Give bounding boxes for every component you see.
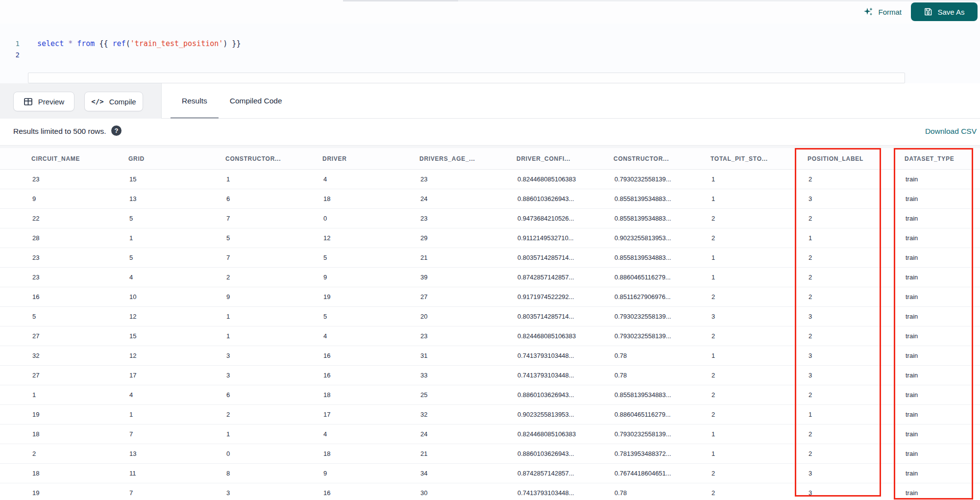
table-cell: 23: [388, 215, 485, 222]
table-cell: 0.8558139534883...: [582, 195, 679, 202]
table-row: 191217320.9023255813953...0.886046511627…: [0, 405, 980, 425]
table-row: 1610919270.9171974522292...0.85116279069…: [0, 287, 980, 307]
table-cell: 2: [776, 293, 873, 300]
table-cell: 0.8035714285714...: [485, 254, 582, 261]
table-cell: 20: [388, 313, 485, 320]
table-cell: 0.824468085106383: [485, 430, 582, 438]
save-as-button[interactable]: Save As: [911, 2, 978, 21]
code-token-keyword: select: [37, 39, 64, 48]
table-cell: 0.8860103626943...: [485, 450, 582, 457]
format-button-label: Format: [878, 8, 902, 16]
table-row: 181189340.8742857142857...0.767441860465…: [0, 464, 980, 483]
column-header-constructor[interactable]: CONSTRUCTOR...: [194, 155, 291, 162]
table-cell: 0.9473684210526...: [485, 215, 582, 222]
column-header-driver[interactable]: DRIVER: [291, 155, 388, 162]
table-cell: 4: [291, 175, 388, 183]
table-cell: 18: [291, 391, 388, 399]
pane-divider: [431, 0, 980, 1]
table-cell: 5: [0, 313, 97, 320]
table-body: 231514230.8244680851063830.7930232558139…: [0, 170, 980, 500]
download-csv-link[interactable]: Download CSV: [925, 127, 977, 136]
column-header-driver-confi[interactable]: DRIVER_CONFI...: [485, 155, 582, 162]
table-cell: 1: [194, 313, 291, 320]
table-cell: 7: [97, 430, 194, 438]
table-cell: 0.8035714285714...: [485, 313, 582, 320]
table-cell: 32: [388, 411, 485, 418]
help-icon[interactable]: ?: [111, 125, 122, 136]
code-token-keyword: ref: [113, 39, 126, 48]
table-cell: 2: [679, 332, 776, 340]
table-cell: 1: [194, 175, 291, 183]
format-button[interactable]: Format: [863, 4, 902, 20]
table-cell: 0.8558139534883...: [582, 254, 679, 261]
table-cell: 2: [194, 411, 291, 418]
table-cell: 1: [97, 234, 194, 242]
table-row: 281512290.9112149532710...0.902325581395…: [0, 228, 980, 248]
column-header-constructor[interactable]: CONSTRUCTOR...: [582, 155, 679, 162]
table-cell: 2: [679, 489, 776, 497]
table-cell: 1: [776, 411, 873, 418]
tab-compiled-code[interactable]: Compiled Code: [219, 83, 294, 119]
table-cell: train: [873, 215, 970, 222]
table-cell: 0.7674418604651...: [582, 470, 679, 477]
code-icon: </>: [91, 98, 103, 105]
table-cell: 0: [291, 215, 388, 222]
horizontal-scrollbar-thumb[interactable]: [343, 0, 458, 1]
table-cell: 0.7930232558139...: [582, 175, 679, 183]
table-cell: 16: [291, 352, 388, 359]
sql-editor[interactable]: 1 select * from {{ ref('train_test_posit…: [0, 24, 980, 83]
table-cell: 7: [194, 254, 291, 261]
table-cell: 23: [0, 175, 97, 183]
table-cell: train: [873, 254, 970, 261]
table-cell: 2: [679, 234, 776, 242]
preview-button-label: Preview: [38, 98, 64, 106]
table-cell: 0.78: [582, 372, 679, 379]
table-row: 231514230.8244680851063830.7930232558139…: [0, 170, 980, 189]
table-cell: 0.78: [582, 489, 679, 497]
column-header-grid[interactable]: GRID: [97, 155, 194, 162]
line-number-2: 2: [0, 51, 20, 59]
table-row: 2717316330.7413793103448...0.7823train: [0, 366, 980, 385]
column-header-position-label[interactable]: POSITION_LABEL: [776, 155, 873, 162]
table-cell: 0.8558139534883...: [582, 215, 679, 222]
save-as-button-label: Save As: [937, 8, 964, 16]
tab-results[interactable]: Results: [171, 83, 219, 119]
table-cell: 2: [776, 274, 873, 281]
preview-button[interactable]: Preview: [13, 92, 74, 111]
table-cell: 17: [97, 372, 194, 379]
table-cell: 3: [776, 352, 873, 359]
table-cell: 3: [776, 372, 873, 379]
table-cell: 0.9112149532710...: [485, 234, 582, 242]
table-cell: train: [873, 450, 970, 457]
table-row: 22570230.9473684210526...0.8558139534883…: [0, 209, 980, 228]
table-cell: 9: [291, 274, 388, 281]
code-line-2[interactable]: 2: [0, 50, 980, 60]
compile-button[interactable]: </> Compile: [84, 92, 143, 111]
line-number-1: 1: [0, 40, 20, 48]
table-cell: 3: [776, 489, 873, 497]
table-cell: 9: [0, 195, 97, 202]
table-cell: 4: [291, 332, 388, 340]
column-header-total-pit-sto[interactable]: TOTAL_PIT_STO...: [679, 155, 776, 162]
column-header-circuit-name[interactable]: CIRCUIT_NAME: [0, 155, 97, 162]
code-token-jinja: {{: [95, 39, 112, 48]
table-cell: 0.7930232558139...: [582, 332, 679, 340]
code-line-1[interactable]: 1 select * from {{ ref('train_test_posit…: [0, 38, 980, 49]
table-cell: 6: [194, 391, 291, 399]
table-cell: train: [873, 352, 970, 359]
column-header-dataset-type[interactable]: DATASET_TYPE: [873, 155, 970, 162]
table-cell: train: [873, 470, 970, 477]
column-header-drivers-age[interactable]: DRIVERS_AGE_...: [388, 155, 485, 162]
table-cell: 1: [679, 430, 776, 438]
table-cell: 0.9023255813953...: [582, 234, 679, 242]
table-cell: 10: [97, 293, 194, 300]
table-cell: 12: [97, 352, 194, 359]
dbt-ide-window: Format Save As 1 sele: [0, 0, 980, 500]
table-cell: 0.8860465116279...: [582, 274, 679, 281]
table-row: 271514230.8244680851063830.7930232558139…: [0, 326, 980, 346]
code-token-string: 'train_test_position': [130, 39, 223, 48]
table-cell: 2: [0, 450, 97, 457]
table-cell: 23: [388, 332, 485, 340]
table-row: 3212316310.7413793103448...0.7813train: [0, 346, 980, 366]
table-cell: 18: [291, 450, 388, 457]
